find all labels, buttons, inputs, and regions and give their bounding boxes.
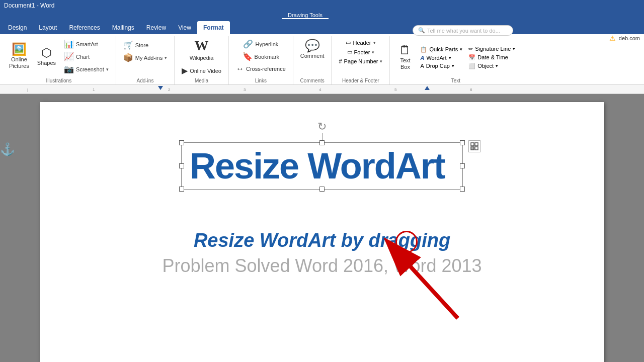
object-icon: ⬜	[468, 63, 475, 69]
media-group: W Wikipedia ▶ Online Video Media	[175, 36, 229, 84]
text-box-button[interactable]: 🗒 TextBox	[394, 43, 416, 72]
text-box-icon: 🗒	[399, 44, 411, 56]
layout-options-button[interactable]	[468, 140, 480, 152]
handle-top-right[interactable]	[460, 140, 465, 145]
addins-caret: ▾	[165, 55, 167, 60]
handle-bottom-right[interactable]	[460, 187, 465, 192]
user-name: deb.com	[619, 35, 640, 41]
handle-top-mid[interactable]	[319, 140, 325, 145]
text-label: Text	[451, 76, 460, 84]
object-caret: ▾	[496, 63, 498, 68]
online-video-icon: ▶	[182, 66, 188, 75]
drawing-tools-label: Drawing Tools	[282, 12, 329, 19]
bottom-text-2: Problem Solved Word 2016, Word 2013	[60, 255, 584, 277]
bookmark-button[interactable]: 🔖 Bookmark	[239, 51, 283, 62]
shapes-button[interactable]: ⬡ Shapes	[34, 45, 59, 68]
hyperlink-button[interactable]: 🔗 Hyperlink	[240, 38, 281, 50]
quick-parts-button[interactable]: 📋 Quick Parts ▾	[418, 46, 464, 53]
handle-top-left[interactable]	[179, 140, 184, 145]
wordart-container[interactable]: ↻	[181, 142, 463, 190]
drop-cap-icon: A	[420, 63, 424, 69]
wikipedia-button[interactable]: W Wikipedia	[187, 36, 217, 63]
title-bar: Document1 - Word	[0, 0, 644, 11]
drop-cap-button[interactable]: A Drop Cap ▾	[418, 62, 464, 69]
links-group: 🔗 Hyperlink 🔖 Bookmark ↔ Cross-reference…	[229, 36, 293, 84]
page-number-icon: #	[339, 58, 342, 64]
bottom-text-1: Resize WordArt by dragging	[60, 230, 584, 251]
comment-button[interactable]: 💬 Comment	[297, 38, 328, 61]
wikipedia-icon: W	[195, 38, 209, 54]
signature-line-button[interactable]: ✏ Signature Line ▾	[466, 45, 517, 53]
handle-mid-right[interactable]	[460, 163, 465, 168]
tab-review[interactable]: Review	[140, 21, 172, 34]
cross-reference-icon: ↔	[236, 64, 244, 73]
tab-mailings[interactable]: Mailings	[106, 21, 140, 34]
addins-items: 🛒 Store 📦 My Add-ins ▾	[120, 39, 170, 76]
my-addins-icon: 📦	[123, 53, 133, 62]
svg-rect-9	[471, 143, 474, 146]
chart-icon: 📈	[64, 52, 74, 61]
comments-group: 💬 Comment Comments	[293, 36, 332, 84]
online-video-button[interactable]: ▶ Online Video	[179, 65, 224, 76]
quick-parts-caret: ▾	[460, 47, 462, 52]
online-pictures-button[interactable]: 🖼️ OnlinePictures	[6, 42, 32, 71]
svg-text:|: |	[27, 87, 28, 92]
footer-button[interactable]: ▭ Footer ▾	[344, 48, 378, 56]
illustrations-group: 🖼️ OnlinePictures ⬡ Shapes 📊 SmartArt 📈 …	[2, 36, 116, 84]
store-icon: 🛒	[123, 40, 133, 50]
chart-button[interactable]: 📈 Chart	[61, 51, 112, 62]
handle-bottom-left[interactable]	[179, 187, 184, 192]
online-pictures-icon: 🖼️	[12, 43, 27, 55]
sig-caret: ▾	[513, 46, 515, 51]
app-title: Document1 - Word	[4, 2, 54, 9]
my-addins-button[interactable]: 📦 My Add-ins ▾	[120, 52, 170, 63]
tab-layout[interactable]: Layout	[33, 21, 63, 34]
page-number-caret: ▾	[380, 59, 382, 64]
svg-text:3: 3	[244, 87, 246, 92]
screenshot-button[interactable]: 📷 Screenshot ▾	[61, 63, 112, 75]
tab-format[interactable]: Format	[197, 21, 230, 34]
anchor-icon: ⚓	[0, 142, 15, 156]
media-label: Media	[195, 76, 208, 84]
screenshot-caret: ▾	[106, 67, 109, 72]
smartart-button[interactable]: 📊 SmartArt	[61, 38, 112, 50]
svg-text:6: 6	[470, 87, 472, 92]
tab-view[interactable]: View	[172, 21, 197, 34]
rotation-handle[interactable]: ↻	[317, 120, 327, 133]
tell-me-bar[interactable]: 🔍 Tell me what you want to do...	[413, 25, 513, 36]
svg-rect-11	[471, 147, 474, 150]
drop-cap-caret: ▾	[452, 63, 454, 68]
illustrations-items: 🖼️ OnlinePictures ⬡ Shapes 📊 SmartArt 📈 …	[6, 36, 112, 76]
tab-references[interactable]: References	[63, 21, 106, 34]
svg-marker-8	[425, 86, 430, 90]
bookmark-icon: 🔖	[243, 52, 253, 61]
comments-label: Comments	[300, 76, 324, 84]
tell-me-text: Tell me what you want to do...	[427, 28, 500, 34]
date-time-icon: 📅	[468, 54, 475, 61]
footer-caret: ▾	[372, 50, 374, 55]
header-button[interactable]: ▭ Header ▾	[343, 38, 378, 47]
screenshot-icon: 📷	[64, 64, 74, 74]
wordart-box[interactable]: Resize WordArt	[181, 142, 463, 190]
smartart-icon: 📊	[64, 39, 74, 49]
store-button[interactable]: 🛒 Store	[120, 39, 151, 51]
svg-text:5: 5	[394, 87, 397, 92]
date-time-button[interactable]: 📅 Date & Time	[466, 54, 517, 61]
text-group: 🗒 TextBox 📋 Quick Parts ▾ A WordArt ▾ A …	[390, 36, 521, 84]
object-button[interactable]: ⬜ Object ▾	[466, 62, 517, 70]
wordart-text: Resize WordArt	[190, 148, 454, 184]
wordart-icon: A	[420, 55, 424, 61]
svg-rect-12	[475, 147, 478, 150]
hyperlink-icon: 🔗	[243, 39, 253, 49]
tab-design[interactable]: Design	[2, 21, 33, 34]
ribbon-tabs: Design Layout References Mailings Review…	[0, 20, 644, 34]
wordart-button[interactable]: A WordArt ▾	[418, 54, 464, 61]
comment-icon: 💬	[305, 40, 320, 52]
header-footer-label: Header & Footer	[342, 76, 379, 84]
handle-mid-left[interactable]	[179, 163, 184, 168]
handle-bottom-mid[interactable]	[319, 187, 325, 192]
cross-reference-button[interactable]: ↔ Cross-reference	[233, 63, 289, 74]
svg-text:4: 4	[319, 87, 321, 92]
warning-icon: ⚠	[609, 34, 616, 42]
page-number-button[interactable]: # Page Number ▾	[336, 57, 385, 65]
